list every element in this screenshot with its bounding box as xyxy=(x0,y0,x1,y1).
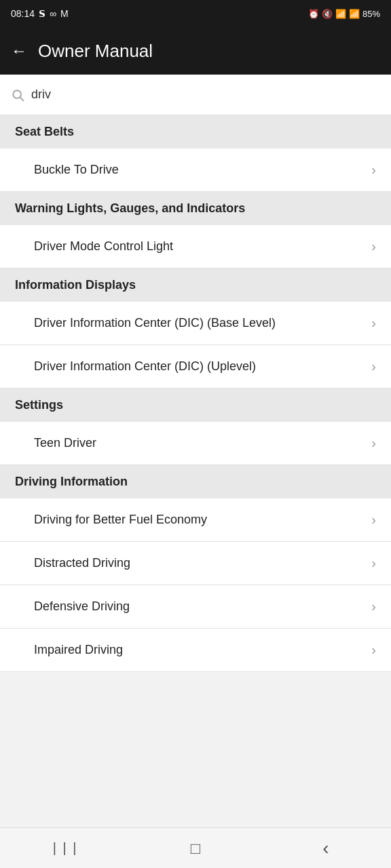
list-item-label: Teen Driver xyxy=(34,436,366,450)
status-bar: 08:14 𝗦 ∞ M ⏰ 🔇 📶 📶 85% xyxy=(0,0,391,27)
list-item-label: Driver Information Center (DIC) (Uplevel… xyxy=(34,359,366,374)
list-item-dic-base-level[interactable]: Driver Information Center (DIC) (Base Le… xyxy=(0,302,391,345)
status-time: 08:14 xyxy=(11,8,35,19)
list-item-distracted-driving[interactable]: Distracted Driving › xyxy=(0,542,391,585)
chevron-right-icon: › xyxy=(371,359,376,374)
search-icon xyxy=(11,88,24,102)
list-item-impaired-driving[interactable]: Impaired Driving › xyxy=(0,629,391,672)
status-mail-icon: M xyxy=(60,8,69,19)
section-header-information-displays: Information Displays xyxy=(0,269,391,302)
list-item-dic-uplevel[interactable]: Driver Information Center (DIC) (Uplevel… xyxy=(0,345,391,389)
list-item-driving-fuel-economy[interactable]: Driving for Better Fuel Economy › xyxy=(0,498,391,542)
chevron-right-icon: › xyxy=(371,512,376,528)
content-list: Seat Belts Buckle To Drive › Warning Lig… xyxy=(0,115,391,672)
menu-lines-icon: | | | xyxy=(53,840,78,856)
svg-line-1 xyxy=(20,97,24,100)
battery-level: 85% xyxy=(362,9,380,19)
list-item-label: Driving for Better Fuel Economy xyxy=(34,513,366,527)
chevron-right-icon: › xyxy=(371,642,376,658)
status-loop-icon: ∞ xyxy=(50,8,56,19)
chevron-right-icon: › xyxy=(371,599,376,614)
section-header-warning-lights: Warning Lights, Gauges, and Indicators xyxy=(0,192,391,225)
chevron-right-icon: › xyxy=(371,315,376,331)
status-s-icon: 𝗦 xyxy=(39,8,45,19)
section-header-settings: Settings xyxy=(0,389,391,422)
home-square-icon: □ xyxy=(191,839,201,858)
list-item-teen-driver[interactable]: Teen Driver › xyxy=(0,422,391,465)
wifi-icon: 📶 xyxy=(335,9,346,19)
list-item-label: Driver Information Center (DIC) (Base Le… xyxy=(34,316,366,330)
list-item-label: Defensive Driving xyxy=(34,599,366,614)
list-item-driver-mode-control-light[interactable]: Driver Mode Control Light › xyxy=(0,225,391,269)
list-item-buckle-to-drive[interactable]: Buckle To Drive › xyxy=(0,149,391,192)
chevron-right-icon: › xyxy=(371,435,376,451)
nav-menu-button[interactable]: | | | xyxy=(45,835,86,862)
alarm-icon: ⏰ xyxy=(308,9,319,19)
page-title: Owner Manual xyxy=(38,41,153,62)
chevron-right-icon: › xyxy=(371,239,376,254)
nav-home-button[interactable]: □ xyxy=(175,835,216,862)
chevron-right-icon: › xyxy=(371,555,376,571)
bottom-nav: | | | □ ‹ xyxy=(0,827,391,868)
section-header-driving-information: Driving Information xyxy=(0,465,391,498)
nav-back-arrow-icon: ‹ xyxy=(322,837,329,859)
chevron-right-icon: › xyxy=(371,162,376,178)
search-bar xyxy=(0,75,391,115)
signal-icon: 📶 xyxy=(349,9,360,19)
list-item-defensive-driving[interactable]: Defensive Driving › xyxy=(0,585,391,629)
back-arrow-icon: ← xyxy=(11,41,27,60)
list-item-label: Driver Mode Control Light xyxy=(34,239,366,254)
section-header-seat-belts: Seat Belts xyxy=(0,115,391,149)
mute-icon: 🔇 xyxy=(322,9,333,19)
list-item-label: Impaired Driving xyxy=(34,643,366,657)
app-bar: ← Owner Manual xyxy=(0,27,391,75)
back-button[interactable]: ← xyxy=(11,41,27,60)
status-right: ⏰ 🔇 📶 📶 85% xyxy=(308,9,380,19)
nav-back-button[interactable]: ‹ xyxy=(305,835,346,862)
list-item-label: Buckle To Drive xyxy=(34,163,366,177)
list-item-label: Distracted Driving xyxy=(34,556,366,570)
status-left: 08:14 𝗦 ∞ M xyxy=(11,8,69,19)
search-input[interactable] xyxy=(31,87,380,102)
